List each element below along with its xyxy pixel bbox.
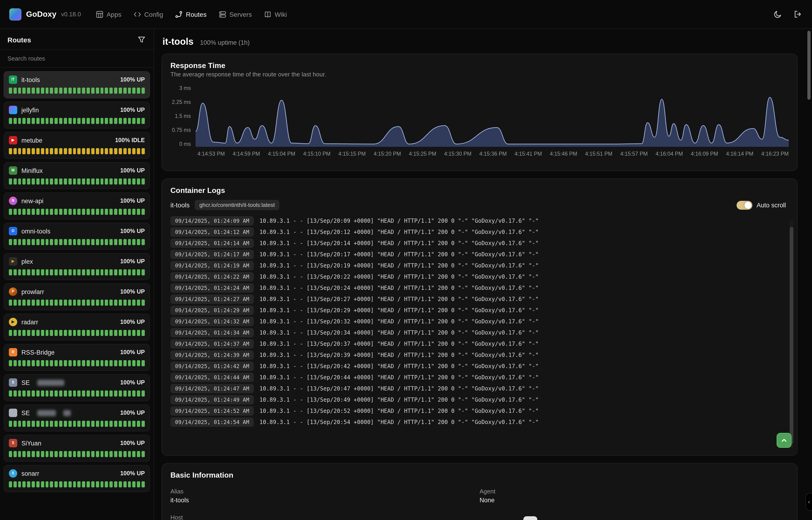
route-item-omni-tools[interactable]: Oomni-tools100% UP (4, 223, 150, 250)
route-item-radarr[interactable]: ▶radarr100% UP (4, 314, 150, 341)
alias-value: it-tools (170, 497, 480, 504)
log-timestamp: 09/14/2025, 01:24:17 AM (170, 250, 254, 259)
y-tick-label: 0.75 ms (172, 127, 191, 133)
scroll-to-bottom-button[interactable] (777, 433, 791, 448)
log-message: 10.89.3.1 - - [13/Sep/20:19 +0000] "HEAD… (259, 262, 539, 269)
route-item-rss-bridge[interactable]: RRSS-Bridge100% UP (4, 344, 150, 371)
log-message: 10.89.3.1 - - [13/Sep/20:52 +0000] "HEAD… (259, 408, 539, 414)
route-item-siyuan[interactable]: SSiYuan100% UP (4, 435, 150, 462)
log-row: 09/14/2025, 01:24:37 AM10.89.3.1 - - [13… (170, 339, 789, 348)
log-timestamp: 09/14/2025, 01:24:52 AM (170, 406, 254, 416)
log-message: 10.89.3.1 - - [13/Sep/20:32 +0000] "HEAD… (259, 318, 539, 325)
log-message: 10.89.3.1 - - [13/Sep/20:12 +0000] "HEAD… (259, 229, 539, 235)
field-agent: Agent None (480, 488, 789, 504)
log-row: 09/14/2025, 01:24:29 AM10.89.3.1 - - [13… (170, 306, 789, 315)
route-icon: ▶ (9, 257, 17, 266)
log-row: 09/14/2025, 01:24:24 AM10.89.3.1 - - [13… (170, 283, 789, 293)
nav-item-wiki[interactable]: Wiki (264, 10, 287, 18)
route-item-se[interactable]: SE100% UP (4, 405, 150, 432)
log-timestamp: 09/14/2025, 01:24:34 AM (170, 328, 254, 337)
uptime-label: 100% uptime (1h) (200, 39, 250, 46)
route-status: 100% UP (120, 76, 145, 83)
x-tick-label: 4:15:51 PM (585, 151, 613, 157)
route-status: 100% UP (120, 349, 145, 356)
agent-value: None (480, 497, 789, 504)
page-scrollbar-thumb[interactable] (807, 31, 811, 100)
blurred-route-name (63, 410, 71, 416)
y-tick-label: 2.25 ms (172, 99, 191, 105)
route-status: 100% UP (120, 379, 145, 386)
code-icon (134, 10, 141, 18)
log-timestamp: 09/14/2025, 01:24:37 AM (170, 339, 254, 348)
route-icon: IT (9, 76, 17, 84)
log-message: 10.89.3.1 - - [13/Sep/20:54 +0000] "HEAD… (259, 419, 539, 425)
log-row: 09/14/2025, 01:24:32 AM10.89.3.1 - - [13… (170, 317, 789, 326)
route-icon (9, 409, 17, 417)
route-name: plex (21, 258, 33, 265)
log-row: 09/14/2025, 01:24:12 AM10.89.3.1 - - [13… (170, 227, 789, 237)
route-icon: S (9, 439, 17, 447)
route-item-metube[interactable]: ▶metube100% IDLE (4, 132, 150, 159)
uptime-bars (9, 421, 145, 427)
page-title: it-tools (163, 36, 193, 47)
uptime-bars (9, 118, 145, 124)
log-row: 09/14/2025, 01:24:22 AM10.89.3.1 - - [13… (170, 272, 789, 281)
log-timestamp: 09/14/2025, 01:24:12 AM (170, 227, 254, 237)
route-icon: P (9, 287, 17, 296)
route-status: 100% UP (120, 167, 145, 174)
route-name: sonarr (21, 470, 39, 477)
field-host: Host (170, 514, 480, 520)
route-item-new-api[interactable]: Nnew-api100% UP (4, 192, 150, 219)
log-row: 09/14/2025, 01:24:42 AM10.89.3.1 - - [13… (170, 362, 789, 371)
log-message: 10.89.3.1 - - [13/Sep/20:39 +0000] "HEAD… (259, 352, 539, 358)
log-list: 09/14/2025, 01:24:09 AM10.89.3.1 - - [13… (170, 216, 789, 427)
container-logs-card: Container Logs it-tools ghcr.io/corentin… (162, 179, 797, 456)
route-item-se[interactable]: SSE100% UP (4, 374, 150, 401)
uptime-bars (9, 179, 145, 184)
theme-toggle-button[interactable] (773, 9, 783, 19)
x-tick-label: 4:15:04 PM (268, 151, 296, 157)
log-message: 10.89.3.1 - - [13/Sep/20:29 +0000] "HEAD… (259, 307, 539, 314)
route-item-jellyfin[interactable]: jellyfin100% UP (4, 102, 150, 129)
log-message: 10.89.3.1 - - [13/Sep/20:42 +0000] "HEAD… (259, 363, 539, 369)
auto-scroll-toggle[interactable] (736, 201, 752, 209)
log-row: 09/14/2025, 01:24:39 AM10.89.3.1 - - [13… (170, 350, 789, 360)
route-item-prowlarr[interactable]: Pprowlarr100% UP (4, 283, 150, 310)
right-panel-toggle[interactable]: ‹ (806, 493, 812, 511)
log-timestamp: 09/14/2025, 01:24:42 AM (170, 362, 254, 371)
route-icon: ▶ (9, 318, 17, 326)
route-name: SE (21, 409, 30, 416)
route-status: 100% UP (120, 288, 145, 295)
log-scrollbar-thumb[interactable] (790, 227, 793, 444)
search-input[interactable] (0, 49, 153, 68)
filter-button[interactable] (137, 35, 146, 44)
godoxy-logo[interactable] (9, 8, 21, 20)
log-row: 09/14/2025, 01:24:27 AM10.89.3.1 - - [13… (170, 294, 789, 304)
logout-button[interactable] (793, 9, 803, 19)
log-message: 10.89.3.1 - - [13/Sep/20:24 +0000] "HEAD… (259, 285, 539, 291)
log-timestamp: 09/14/2025, 01:24:39 AM (170, 350, 254, 360)
route-item-miniflux[interactable]: MMiniflux100% UP (4, 162, 150, 189)
route-item-sonarr[interactable]: Ssonarr100% UP (4, 465, 150, 492)
x-tick-label: 4:15:10 PM (303, 151, 331, 157)
route-status: 100% UP (120, 258, 145, 265)
log-timestamp: 09/14/2025, 01:24:29 AM (170, 306, 254, 315)
route-status: 100% IDLE (115, 137, 145, 144)
blurred-route-name (37, 380, 64, 386)
route-item-plex[interactable]: ▶plex100% UP (4, 253, 150, 280)
uptime-bars (9, 87, 145, 94)
y-tick-label: 3 ms (179, 85, 191, 91)
log-timestamp: 09/14/2025, 01:24:54 AM (170, 417, 254, 427)
route-status: 100% UP (120, 228, 145, 234)
x-tick-label: 4:14:53 PM (197, 151, 225, 157)
nav-item-config[interactable]: Config (134, 10, 163, 18)
nav-item-servers[interactable]: Servers (219, 10, 252, 18)
nav-item-routes[interactable]: Routes (175, 10, 206, 18)
route-item-it-tools[interactable]: ITit-tools100% UP (4, 71, 150, 98)
x-tick-label: 4:15:15 PM (338, 151, 366, 157)
uptime-bars (9, 360, 145, 366)
nav-item-apps[interactable]: Apps (96, 10, 121, 18)
response-time-title: Response Time (170, 61, 789, 70)
log-message: 10.89.3.1 - - [13/Sep/20:22 +0000] "HEAD… (259, 274, 539, 280)
route-icon: M (9, 166, 17, 175)
